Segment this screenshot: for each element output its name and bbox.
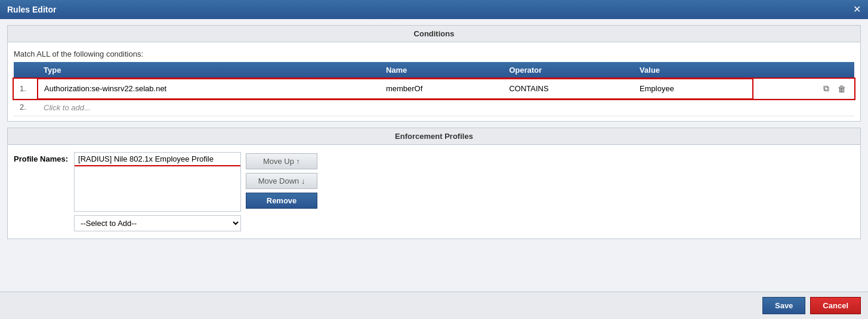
profile-buttons: Move Up ↑ Move Down ↓ Remove	[246, 153, 317, 209]
row-type: Authorization:se-winsrv22.selab.net	[38, 79, 380, 99]
row-name: memberOf	[380, 79, 503, 99]
enforcement-header: Enforcement Profiles	[8, 128, 860, 145]
profile-add-dropdown[interactable]: --Select to Add--	[74, 215, 241, 231]
move-down-button[interactable]: Move Down ↓	[246, 173, 317, 189]
rules-editor-dialog: Rules Editor ✕ Conditions Match ALL of t…	[0, 0, 868, 319]
enforcement-body: Profile Names: [RADIUS] Nile 802.1x Empl…	[8, 145, 860, 239]
table-row[interactable]: 2.Click to add...	[14, 99, 854, 116]
profile-names-label: Profile Names:	[14, 154, 68, 163]
col-name: Name	[380, 62, 503, 79]
save-button[interactable]: Save	[762, 297, 805, 314]
conditions-section: Conditions Match ALL of the following co…	[7, 25, 861, 122]
row-num: 2.	[14, 99, 38, 116]
col-value: Value	[634, 62, 753, 79]
close-button[interactable]: ✕	[853, 5, 861, 14]
enforcement-section: Enforcement Profiles Profile Names: [RAD…	[7, 128, 861, 239]
delete-row-button[interactable]: 🗑	[835, 82, 848, 95]
profile-listbox[interactable]: [RADIUS] Nile 802.1x Employee Profile	[74, 152, 241, 212]
row-num: 1.	[14, 79, 38, 99]
copy-row-button[interactable]: ⧉	[821, 82, 832, 95]
row-operator: CONTAINS	[503, 79, 634, 99]
content-area: Conditions Match ALL of the following co…	[0, 19, 868, 292]
table-row[interactable]: 1.Authorization:se-winsrv22.selab.netmem…	[14, 79, 854, 99]
conditions-table: Type Name Operator Value 1.Authorization…	[14, 62, 854, 116]
cancel-button[interactable]: Cancel	[810, 297, 861, 314]
row-value: Employee	[634, 79, 753, 99]
conditions-header: Conditions	[8, 26, 860, 42]
match-all-text: Match ALL of the following conditions:	[14, 47, 854, 62]
col-type: Type	[38, 62, 380, 79]
conditions-body: Match ALL of the following conditions: T…	[8, 42, 860, 121]
row-actions: ⧉🗑	[753, 79, 854, 99]
dialog-footer: Save Cancel	[0, 292, 868, 319]
col-num	[14, 62, 38, 79]
profile-right-area: [RADIUS] Nile 802.1x Employee Profile --…	[74, 152, 854, 231]
row-actions-empty	[753, 99, 854, 116]
row-click-to-add[interactable]: Click to add...	[38, 99, 753, 116]
table-header-row: Type Name Operator Value	[14, 62, 854, 79]
move-up-button[interactable]: Move Up ↑	[246, 153, 317, 169]
dialog-title: Rules Editor	[7, 5, 56, 14]
remove-button[interactable]: Remove	[246, 193, 317, 209]
col-actions	[753, 62, 854, 79]
col-operator: Operator	[503, 62, 634, 79]
profile-list-area: [RADIUS] Nile 802.1x Employee Profile --…	[74, 152, 241, 231]
title-bar: Rules Editor ✕	[0, 0, 868, 19]
profile-list-item[interactable]: [RADIUS] Nile 802.1x Employee Profile	[75, 153, 240, 165]
